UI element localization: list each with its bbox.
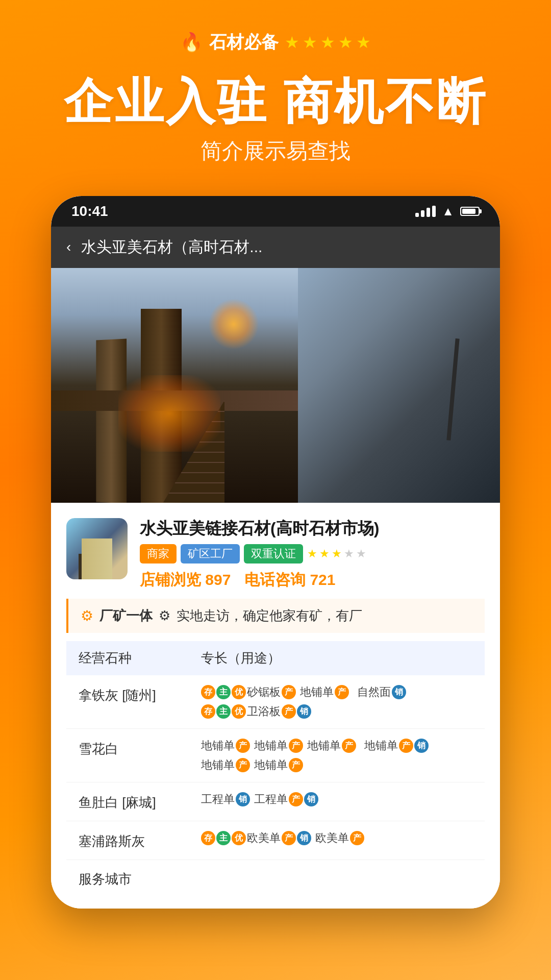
stone-name-3: 鱼肚白 [麻城]	[79, 792, 201, 812]
stone-name-4: 塞浦路斯灰	[79, 830, 201, 850]
circle-badge: 销	[304, 792, 318, 806]
circle-badge: 销	[297, 831, 311, 845]
company-stars: ★ ★ ★ ★ ★	[307, 547, 366, 560]
circle-badge: 产	[399, 739, 413, 753]
consult-label: 电话咨询	[244, 571, 310, 588]
nav-title: 水头亚美石材（高时石材...	[81, 237, 262, 258]
badge-item: 工程单 产 销	[254, 792, 318, 807]
circle-badge: 产	[289, 758, 303, 772]
badge-item: 地铺单 产 销	[364, 738, 429, 753]
views-count: 897	[205, 571, 231, 588]
badge-text: 石材必备	[209, 31, 279, 54]
fire-icon: 🔥	[180, 32, 203, 53]
badge-item: 存 主 优 卫浴板 产 销	[201, 704, 311, 719]
circle-badge: 优	[232, 704, 246, 719]
company-header: 水头亚美链接石材(高时石材市场) 商家 矿区工厂 双重认证 ★ ★ ★ ★ ★	[66, 518, 485, 591]
factory-badge-desc: 实地走访，确定他家有矿，有厂	[177, 607, 362, 625]
badge-item: 地铺单 产	[254, 757, 303, 773]
badge-item: 地铺单 产	[201, 757, 250, 773]
star-2: ★	[303, 33, 317, 52]
company-stats: 店铺浏览 897 电话咨询 721	[140, 570, 485, 591]
stone-tags-2: 地铺单 产 地铺单 产 地铺单 产 地铺单 产 销	[201, 738, 472, 773]
tag-double-cert: 双重认证	[244, 544, 303, 564]
circle-badge: 产	[282, 704, 296, 719]
circle-badge: 优	[232, 831, 246, 845]
stone-name-2: 雪花白	[79, 738, 201, 758]
badge-item: 自然面 销	[357, 684, 406, 700]
circle-badge: 产	[282, 831, 296, 845]
table-row: 塞浦路斯灰 存 主 优 欧美单 产 销 欧美单 产	[66, 821, 485, 860]
company-hero-image	[51, 268, 500, 503]
circle-badge: 优	[232, 685, 246, 699]
badge-item: 存 主 优 欧美单 产 销	[201, 830, 311, 846]
circle-badge: 产	[236, 739, 250, 753]
phone-frame: 10:41 ▲ ‹ 水头亚美石材（高时石材...	[51, 196, 500, 909]
star-4: ★	[338, 33, 353, 52]
star-5: ★	[356, 33, 371, 52]
stone-tags-1: 存 主 优 砂锯板 产 地铺单 产 自然面 销	[201, 684, 472, 719]
hero-subtitle: 简介展示易查找	[20, 137, 531, 165]
factory-icon-2: ⚙	[159, 608, 170, 624]
consult-count: 721	[310, 571, 335, 588]
star-rating: ★ ★ ★ ★ ★	[285, 33, 371, 52]
stone-tags-3: 工程单 销 工程单 产 销	[201, 792, 472, 807]
battery-icon	[460, 207, 480, 216]
factory-badge-label: 厂矿一体	[99, 607, 153, 625]
badge-item: 地铺单 产	[254, 738, 303, 753]
badge-item: 欧美单 产	[315, 830, 364, 846]
status-bar: 10:41 ▲	[51, 196, 500, 227]
circle-badge: 存	[201, 704, 215, 719]
table-row: 雪花白 地铺单 产 地铺单 产 地铺单 产	[66, 729, 485, 782]
circle-badge: 存	[201, 831, 215, 845]
factory-badge: ⚙ 厂矿一体 ⚙ 实地走访，确定他家有矿，有厂	[66, 599, 485, 633]
badge-item: 地铺单 产	[307, 738, 356, 753]
company-name: 水头亚美链接石材(高时石材市场)	[140, 518, 485, 540]
circle-badge: 销	[392, 685, 406, 699]
badge-item: 地铺单 产	[300, 684, 349, 700]
table-header: 经营石种 专长（用途）	[66, 641, 485, 675]
circle-badge: 销	[414, 739, 429, 753]
circle-badge: 主	[216, 831, 231, 845]
tag-merchant: 商家	[140, 544, 177, 564]
circle-badge: 产	[342, 739, 356, 753]
table-row: 鱼肚白 [麻城] 工程单 销 工程单 产 销	[66, 782, 485, 821]
company-info: 水头亚美链接石材(高时石材市场) 商家 矿区工厂 双重认证 ★ ★ ★ ★ ★	[140, 518, 485, 591]
company-card: 水头亚美链接石材(高时石材市场) 商家 矿区工厂 双重认证 ★ ★ ★ ★ ★	[51, 503, 500, 909]
circle-badge: 产	[282, 685, 296, 699]
hero-title: 企业入驻 商机不断	[20, 75, 531, 129]
service-cities-row: 服务城市	[66, 860, 485, 898]
stone-name-1: 拿铁灰 [随州]	[79, 684, 201, 704]
status-icons: ▲	[415, 204, 480, 218]
tag-mine-factory: 矿区工厂	[181, 544, 240, 564]
views-label: 店铺浏览	[140, 571, 205, 588]
service-cities-label: 服务城市	[79, 870, 132, 888]
company-logo	[66, 518, 128, 579]
phone-container: 10:41 ▲ ‹ 水头亚美石材（高时石材...	[0, 176, 551, 909]
circle-badge: 产	[236, 758, 250, 772]
badge-item: 地铺单 产	[201, 738, 250, 753]
circle-badge: 产	[289, 739, 303, 753]
badge-item: 存 主 优 砂锯板 产	[201, 684, 296, 700]
col-header-specialty: 专长（用途）	[201, 649, 472, 667]
signal-icon	[415, 206, 436, 217]
app-badge: 🔥 石材必备 ★ ★ ★ ★ ★	[0, 0, 551, 54]
circle-badge: 主	[216, 704, 231, 719]
back-button[interactable]: ‹	[66, 239, 71, 255]
factory-icon: ⚙	[81, 607, 93, 624]
clock: 10:41	[71, 203, 108, 219]
badge-item: 工程单 销	[201, 792, 250, 807]
wifi-icon: ▲	[442, 204, 454, 218]
circle-badge: 主	[216, 685, 231, 699]
nav-bar: ‹ 水头亚美石材（高时石材...	[51, 227, 500, 268]
col-header-stone: 经营石种	[79, 649, 201, 667]
circle-badge: 销	[297, 704, 311, 719]
company-tags: 商家 矿区工厂 双重认证 ★ ★ ★ ★ ★	[140, 544, 485, 564]
circle-badge: 产	[335, 685, 349, 699]
hero-section: 企业入驻 商机不断 简介展示易查找	[0, 54, 551, 176]
star-3: ★	[320, 33, 335, 52]
table-row: 拿铁灰 [随州] 存 主 优 砂锯板 产 地铺单 产 自	[66, 675, 485, 729]
circle-badge: 产	[350, 831, 364, 845]
circle-badge: 存	[201, 685, 215, 699]
star-1: ★	[285, 33, 299, 52]
circle-badge: 销	[236, 792, 250, 806]
